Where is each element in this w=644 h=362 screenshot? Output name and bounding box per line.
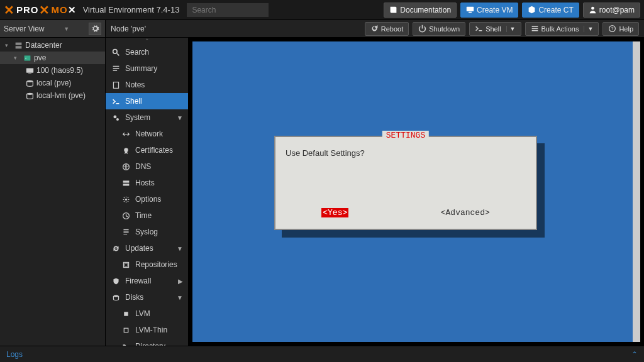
menu-directory[interactable]: Directory bbox=[106, 338, 188, 346]
globe-icon bbox=[122, 163, 130, 171]
svg-point-2 bbox=[591, 7, 594, 10]
menu-icon bbox=[531, 25, 539, 33]
svg-rect-24 bbox=[125, 263, 128, 266]
svg-point-9 bbox=[26, 80, 33, 82]
note-icon bbox=[112, 81, 120, 89]
view-mode-label: Server View bbox=[4, 25, 44, 33]
svg-rect-3 bbox=[15, 42, 21, 45]
top-bar: ✕PRO✕MO✕ Virtual Environment 7.4-13 Docu… bbox=[0, 0, 644, 20]
documentation-button[interactable]: Documentation bbox=[384, 3, 457, 18]
storage-icon bbox=[25, 79, 34, 87]
expand-logs-icon[interactable]: ⌃ bbox=[631, 350, 638, 359]
shutdown-button[interactable]: Shutdown bbox=[413, 22, 465, 36]
disk-icon bbox=[112, 293, 120, 302]
view-selector[interactable]: Server View ▼ bbox=[0, 20, 105, 38]
book-icon bbox=[389, 6, 397, 14]
menu-lvm-thin[interactable]: LVM-Thin bbox=[106, 322, 188, 338]
tree-datacenter[interactable]: ▾Datacenter bbox=[0, 39, 105, 52]
shield-icon bbox=[112, 277, 120, 285]
svg-rect-0 bbox=[467, 7, 474, 11]
svg-point-10 bbox=[26, 92, 33, 94]
dialog-body: Use Default Settings? bbox=[275, 137, 536, 169]
dialog-advanced-button[interactable]: <Advanced> bbox=[441, 208, 490, 217]
tree-vm-100[interactable]: 100 (haos9.5) bbox=[0, 64, 105, 77]
dialog-yes-button[interactable]: <Yes> bbox=[321, 208, 348, 217]
tree-storage-local[interactable]: local (pve) bbox=[0, 77, 105, 89]
menu-lvm[interactable]: LVM bbox=[106, 305, 188, 322]
hosts-icon bbox=[122, 179, 130, 187]
create-vm-button[interactable]: Create VM bbox=[460, 3, 518, 18]
menu-dns[interactable]: DNS bbox=[106, 158, 188, 175]
monitor-icon bbox=[466, 6, 474, 14]
menu-network[interactable]: Network bbox=[106, 126, 188, 142]
svg-point-17 bbox=[124, 148, 128, 152]
menu-certificates[interactable]: Certificates bbox=[106, 142, 188, 158]
bulk-actions-button[interactable]: Bulk Actions▼ bbox=[525, 22, 599, 36]
menu-system[interactable]: System▼ bbox=[106, 109, 188, 126]
log-icon bbox=[122, 228, 130, 236]
reboot-button[interactable]: Reboot bbox=[365, 22, 409, 36]
svg-point-13 bbox=[113, 49, 118, 53]
menu-firewall[interactable]: Firewall▶ bbox=[106, 273, 188, 289]
create-ct-button[interactable]: Create CT bbox=[522, 3, 579, 18]
settings-dialog: SETTINGS Use Default Settings? <Yes> <Ad… bbox=[274, 136, 537, 230]
svg-rect-1 bbox=[469, 12, 472, 13]
node-action-bar: Node 'pve' Reboot Shutdown Shell▼ Bulk A… bbox=[106, 20, 644, 38]
menu-repositories[interactable]: Repositories bbox=[106, 256, 188, 273]
svg-point-25 bbox=[113, 295, 118, 297]
menu-syslog[interactable]: Syslog bbox=[106, 224, 188, 240]
svg-rect-19 bbox=[123, 180, 130, 182]
terminal-icon bbox=[112, 97, 120, 106]
repo-icon bbox=[122, 261, 130, 269]
shell-dropdown-button[interactable]: Shell▼ bbox=[469, 22, 521, 36]
svg-rect-5 bbox=[24, 55, 30, 60]
server-icon bbox=[14, 41, 23, 50]
menu-summary[interactable]: Summary bbox=[106, 60, 188, 77]
env-label: Virtual Environment 7.4-13 bbox=[83, 5, 180, 14]
menu-updates[interactable]: Updates▼ bbox=[106, 240, 188, 256]
collapse-handle[interactable]: ⌃ bbox=[106, 38, 188, 44]
storage-icon bbox=[25, 91, 34, 100]
menu-notes[interactable]: Notes bbox=[106, 77, 188, 93]
chevron-down-icon: ▼ bbox=[584, 26, 593, 32]
help-button[interactable]: ?Help bbox=[602, 22, 639, 36]
chevron-down-icon: ▼ bbox=[177, 114, 183, 121]
center-column: Node 'pve' Reboot Shutdown Shell▼ Bulk A… bbox=[106, 20, 644, 346]
certificate-icon bbox=[122, 146, 130, 155]
shell-console[interactable]: SETTINGS Use Default Settings? <Yes> <Ad… bbox=[189, 38, 644, 346]
square-outline-icon bbox=[122, 326, 130, 334]
search-icon bbox=[112, 48, 120, 57]
tree-node-pve[interactable]: ▾pve bbox=[0, 52, 105, 64]
list-icon bbox=[112, 65, 120, 73]
chevron-right-icon: ▶ bbox=[178, 278, 183, 285]
svg-rect-26 bbox=[124, 312, 128, 316]
logo: ✕PRO✕MO✕ bbox=[4, 3, 77, 18]
refresh-icon bbox=[112, 244, 120, 253]
content-row: ⌃ Search Summary Notes Shell System▼ Net… bbox=[106, 38, 644, 346]
chevron-down-icon: ▼ bbox=[177, 245, 183, 252]
menu-shell[interactable]: Shell bbox=[106, 93, 188, 109]
svg-rect-8 bbox=[28, 73, 31, 74]
svg-point-16 bbox=[116, 118, 119, 120]
user-icon bbox=[589, 6, 597, 14]
power-icon bbox=[418, 25, 426, 33]
tree-storage-local-lvm[interactable]: local-lvm (pve) bbox=[0, 89, 105, 102]
menu-hosts[interactable]: Hosts bbox=[106, 175, 188, 191]
svg-point-6 bbox=[25, 57, 26, 58]
chevron-down-icon: ▼ bbox=[177, 294, 183, 301]
vm-icon bbox=[25, 66, 34, 75]
menu-disks[interactable]: Disks▼ bbox=[106, 289, 188, 305]
user-menu-button[interactable]: root@pam bbox=[583, 3, 640, 18]
console-scrollbar[interactable] bbox=[633, 41, 640, 342]
gears-icon bbox=[112, 114, 120, 122]
clock-icon bbox=[122, 212, 130, 220]
main-area: Server View ▼ ▾Datacenter ▾pve 100 (haos… bbox=[0, 20, 644, 346]
node-submenu: ⌃ Search Summary Notes Shell System▼ Net… bbox=[106, 38, 189, 346]
menu-options[interactable]: Options bbox=[106, 191, 188, 207]
logs-toggle[interactable]: Logs bbox=[6, 350, 23, 359]
tree-settings-button[interactable] bbox=[89, 23, 101, 35]
svg-rect-14 bbox=[113, 82, 118, 88]
search-input[interactable] bbox=[187, 3, 269, 17]
menu-search[interactable]: Search bbox=[106, 44, 188, 60]
menu-time[interactable]: Time bbox=[106, 207, 188, 224]
